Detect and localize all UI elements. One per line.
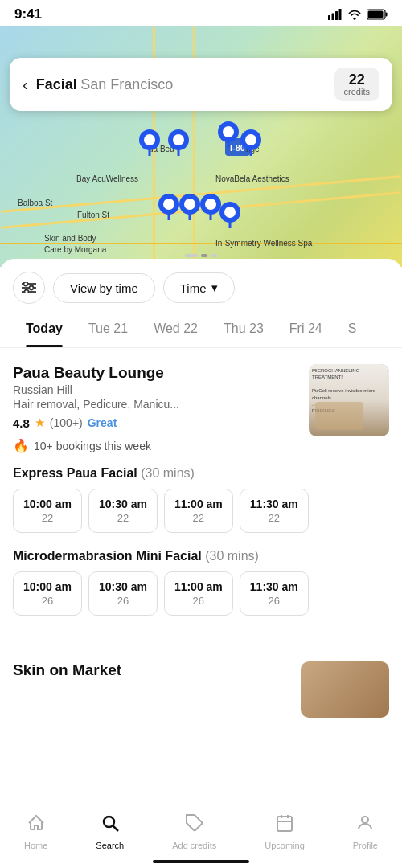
search-icon: [100, 813, 120, 837]
time-slot-1000-2[interactable]: 10:00 am 26: [13, 571, 82, 616]
time-slot-1030-1[interactable]: 10:30 am 22: [88, 489, 158, 533]
svg-rect-3: [339, 9, 342, 20]
map-label-novabela: NovaBela Aesthetics: [215, 174, 289, 183]
svg-point-14: [245, 134, 256, 145]
svg-point-16: [163, 199, 174, 210]
tab-next[interactable]: S: [335, 315, 370, 347]
service-duration-2: (30 mins): [205, 549, 259, 563]
listing-thumbnail[interactable]: MICROCHANNELINGTREATMENT!PicCell receive…: [309, 364, 389, 436]
tab-tue21[interactable]: Tue 21: [76, 315, 141, 347]
back-button[interactable]: ‹: [23, 76, 28, 94]
sliders-icon: [22, 282, 36, 293]
tab-thu23[interactable]: Thu 23: [211, 315, 277, 347]
bookings-badge: 🔥 10+ bookings this week: [13, 438, 389, 453]
listing-thumb-img: MICROCHANNELINGTREATMENT!PicCell receive…: [309, 364, 389, 436]
bookings-text: 10+ bookings this week: [34, 440, 151, 452]
nav-profile[interactable]: Profile: [353, 813, 378, 850]
nav-upcoming-label: Upcoming: [265, 841, 305, 850]
content-area: View by time Time ▾ Today Tue 21 Wed 22 …: [0, 259, 402, 803]
listing-services: Hair removal, Pedicure, Manicu...: [13, 398, 299, 411]
skin-market-thumb: [301, 661, 389, 718]
signal-icon: [328, 9, 343, 20]
date-tabs: Today Tue 21 Wed 22 Thu 23 Fri 24 S: [0, 304, 402, 348]
listing-skin-market[interactable]: Skin on Market: [0, 645, 402, 731]
home-icon: [27, 813, 46, 837]
svg-point-36: [362, 817, 368, 823]
tab-wed22[interactable]: Wed 22: [141, 315, 211, 347]
nav-home[interactable]: Home: [24, 813, 47, 850]
svg-rect-5: [368, 11, 384, 18]
fire-icon: 🔥: [13, 438, 29, 453]
tab-today[interactable]: Today: [13, 315, 76, 347]
service-duration-1: (30 mins): [141, 466, 195, 480]
nav-search-label: Search: [96, 841, 124, 850]
nav-add-credits-label: Add credits: [172, 841, 216, 850]
skin-market-info: Skin on Market: [13, 661, 301, 681]
time-slot-1000-1[interactable]: 10:00 am 22: [13, 489, 82, 533]
time-slot-1100-2[interactable]: 11:00 am 26: [164, 571, 233, 616]
map-pin-4[interactable]: [240, 129, 262, 156]
svg-point-12: [223, 126, 234, 137]
listing-paua: Paua Beauty Lounge Russian Hill Hair rem…: [0, 348, 402, 645]
svg-rect-0: [328, 15, 330, 20]
view-by-time-button[interactable]: View by time: [53, 273, 155, 303]
service-name-1: Express Paua Facial (30 mins): [13, 466, 389, 481]
time-slot-1030-2[interactable]: 10:30 am 26: [88, 571, 158, 616]
svg-point-26: [30, 286, 34, 290]
nav-home-label: Home: [24, 841, 47, 850]
calendar-icon: [275, 813, 294, 837]
map-pin-1[interactable]: [138, 129, 161, 156]
credits-badge[interactable]: 22 credits: [334, 68, 379, 101]
search-location: San Francisco: [80, 76, 173, 92]
map-pin-2[interactable]: [167, 129, 190, 156]
time-slots-2: 10:00 am 26 10:30 am 26 11:00 am 26 11:3…: [13, 571, 389, 619]
map-label-fulton: Fulton St: [77, 211, 109, 219]
service-express-facial: Express Paua Facial (30 mins) 10:00 am 2…: [13, 466, 389, 536]
map-pin-8[interactable]: [219, 201, 241, 228]
nav-profile-label: Profile: [353, 841, 378, 850]
wifi-icon: [347, 9, 362, 20]
person-icon: [355, 813, 375, 837]
svg-rect-2: [335, 11, 338, 20]
chevron-down-icon: ▾: [211, 280, 218, 295]
time-filter-button[interactable]: Time ▾: [163, 272, 235, 303]
map-pin-3[interactable]: [217, 121, 240, 148]
listing-info: Paua Beauty Lounge Russian Hill Hair rem…: [13, 364, 299, 436]
skin-market-name: Skin on Market: [13, 661, 301, 679]
svg-point-20: [205, 199, 216, 210]
nav-upcoming[interactable]: Upcoming: [265, 813, 305, 850]
map-area: I-80 Bay AcuWellness NovaBela Aesthetics…: [0, 26, 402, 267]
scroll-indicator: [177, 253, 225, 257]
credits-label: credits: [344, 87, 370, 96]
rating-number: 4.8: [13, 416, 30, 430]
svg-rect-6: [386, 13, 388, 17]
bottom-nav: Home Search Add credits Up: [0, 805, 402, 868]
svg-rect-1: [332, 14, 334, 21]
filter-icon-button[interactable]: [13, 272, 45, 304]
map-label-bayacu: Bay AcuWellness: [76, 174, 138, 183]
service-name-2: Microdermabrasion Mini Facial (30 mins): [13, 549, 389, 563]
time-slot-1130-2[interactable]: 11:30 am 26: [240, 571, 309, 616]
nav-add-credits[interactable]: Add credits: [172, 813, 216, 850]
time-slot-1100-1[interactable]: 11:00 am 22: [164, 489, 233, 533]
filter-bar: View by time Time ▾: [0, 259, 402, 304]
svg-point-10: [173, 134, 184, 145]
svg-line-30: [113, 826, 118, 832]
map-label-skin-body: Skin and BodyCare by Morgana: [44, 233, 106, 256]
time-slot-1130-1[interactable]: 11:30 am 22: [240, 489, 309, 533]
credits-number: 22: [349, 72, 365, 87]
map-pin-6[interactable]: [178, 193, 201, 220]
map-pin-5[interactable]: [158, 193, 180, 220]
svg-point-28: [25, 290, 29, 294]
status-time: 9:41: [14, 6, 42, 23]
svg-point-29: [104, 817, 114, 827]
svg-point-24: [24, 282, 28, 286]
battery-icon: [367, 9, 388, 20]
tab-fri24[interactable]: Fri 24: [277, 315, 335, 347]
nav-search[interactable]: Search: [96, 813, 124, 850]
service-microdermabrasion: Microdermabrasion Mini Facial (30 mins) …: [13, 549, 389, 619]
search-bar[interactable]: ‹ Facial San Francisco 22 credits: [10, 58, 392, 111]
tag-icon: [185, 813, 204, 837]
listing-name[interactable]: Paua Beauty Lounge: [13, 364, 299, 382]
map-label-balboa: Balboa St: [18, 199, 52, 207]
